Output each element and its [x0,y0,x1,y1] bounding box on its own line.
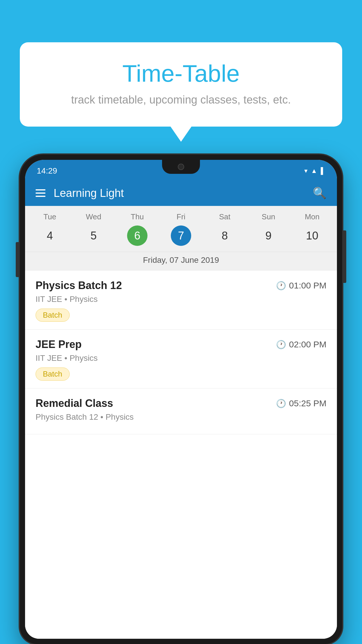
day-col-9[interactable]: Sun9 [254,212,283,252]
bubble-title: Time-Table [43,60,319,87]
event-subtitle: Physics Batch 12 • Physics [36,412,326,422]
event-time: 🕐05:25 PM [276,398,326,408]
day-col-4[interactable]: Tue4 [35,212,64,252]
day-col-10[interactable]: Mon10 [298,212,327,252]
event-item[interactable]: Remedial Class🕐05:25 PMPhysics Batch 12 … [25,388,337,434]
selected-date-label: Friday, 07 June 2019 [25,252,337,271]
day-name: Mon [305,212,320,221]
calendar-strip: Tue4Wed5Thu6Fri7Sat8Sun9Mon10 Friday, 07… [25,206,337,271]
app-bar: Learning Light 🔍 [25,180,337,206]
day-number: 8 [215,225,235,246]
search-icon[interactable]: 🔍 [313,187,326,200]
app-bar-title: Learning Light [54,187,313,200]
camera-dot [178,164,184,170]
event-header: JEE Prep🕐02:00 PM [36,338,326,351]
event-title: Remedial Class [36,397,113,410]
status-icons: ▾ ▲ ▌ [304,167,325,175]
event-header: Physics Batch 12🕐01:00 PM [36,279,326,292]
day-name: Fri [177,212,185,221]
day-col-6[interactable]: Thu6 [123,212,152,252]
day-number: 9 [258,225,279,246]
day-name: Sat [219,212,230,221]
clock-icon: 🕐 [276,399,286,408]
event-time: 🕐02:00 PM [276,340,326,349]
phone-mockup: 14:29 ▾ ▲ ▌ Learning Light 🔍 [20,155,342,644]
event-subtitle: IIT JEE • Physics [36,295,326,304]
day-number: 6 [127,225,147,246]
day-number: 7 [171,225,191,246]
status-time: 14:29 [37,166,57,176]
event-badge: Batch [36,368,70,381]
speech-bubble-container: Time-Table track timetable, upcoming cla… [20,42,342,127]
day-col-5[interactable]: Wed5 [79,212,108,252]
day-name: Sun [262,212,275,221]
phone-screen: 14:29 ▾ ▲ ▌ Learning Light 🔍 [25,160,337,639]
day-number: 10 [302,225,322,246]
status-bar: 14:29 ▾ ▲ ▌ [25,160,337,180]
event-time-text: 05:25 PM [289,398,326,408]
clock-icon: 🕐 [276,281,286,290]
bubble-subtitle: track timetable, upcoming classes, tests… [43,94,319,106]
day-number: 4 [40,225,60,246]
signal-icon: ▲ [311,167,317,175]
event-item[interactable]: JEE Prep🕐02:00 PMIIT JEE • PhysicsBatch [25,330,337,388]
events-list: Physics Batch 12🕐01:00 PMIIT JEE • Physi… [25,271,337,639]
day-name: Thu [131,212,144,221]
event-header: Remedial Class🕐05:25 PM [36,397,326,410]
day-col-7[interactable]: Fri7 [166,212,196,252]
day-number: 5 [83,225,104,246]
event-title: Physics Batch 12 [36,279,122,292]
speech-bubble: Time-Table track timetable, upcoming cla… [20,42,342,127]
wifi-icon: ▾ [304,167,307,175]
battery-icon: ▌ [321,167,325,175]
notch [162,160,200,174]
event-time: 🕐01:00 PM [276,281,326,290]
day-col-8[interactable]: Sat8 [210,212,239,252]
event-badge: Batch [36,309,70,322]
day-name: Tue [43,212,56,221]
day-name: Wed [86,212,101,221]
days-row: Tue4Wed5Thu6Fri7Sat8Sun9Mon10 [25,212,337,252]
phone-outer: 14:29 ▾ ▲ ▌ Learning Light 🔍 [20,155,342,644]
clock-icon: 🕐 [276,340,286,349]
event-title: JEE Prep [36,338,82,351]
event-subtitle: IIT JEE • Physics [36,354,326,363]
event-time-text: 02:00 PM [289,340,326,349]
hamburger-menu-icon[interactable] [36,189,45,197]
event-time-text: 01:00 PM [289,281,326,290]
event-item[interactable]: Physics Batch 12🕐01:00 PMIIT JEE • Physi… [25,271,337,330]
